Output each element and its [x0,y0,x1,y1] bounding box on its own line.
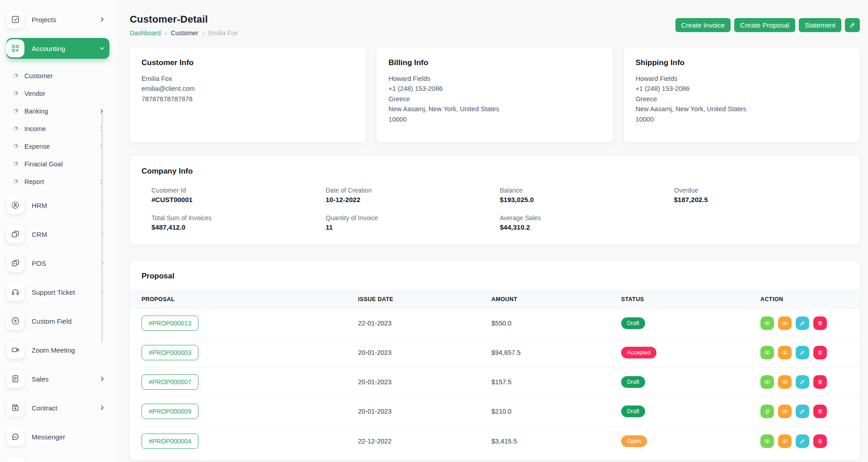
sidebar-subitem-label: Expense [24,143,99,150]
status-badge: Draft [621,317,645,329]
preview-button[interactable] [778,434,792,448]
info-cards-row: Customer Info Emilia Fox emilia@client.c… [130,47,860,142]
statement-button[interactable]: Statement [799,18,841,32]
cards-icon [6,225,24,243]
billing-info-card: Billing Info Howard Fields +1 (248) 153-… [377,47,613,142]
preview-button[interactable] [778,405,792,418]
breadcrumb-customer[interactable]: Customer [171,29,198,37]
sidebar-item-label: Sales [32,375,99,383]
sidebar-item-custom-field[interactable]: Custom Field [6,311,109,331]
edit-customer-button[interactable] [845,18,860,32]
sidebar-item-support-ticket[interactable]: Support Ticket [6,282,109,302]
shipping-country: Greece [636,94,848,104]
status-badge: Open [621,435,647,447]
sidebar-subitem-vendor[interactable]: Vendor [6,85,109,102]
proposal-link[interactable]: #PROP000009 [142,404,198,419]
sidebar-item-label: Accounting [32,45,99,52]
sidebar-item-label: Zoom Meeting [32,346,109,354]
convert-button[interactable] [760,405,774,418]
user-scan-icon [6,196,24,214]
view-button[interactable] [760,316,774,330]
field-customer-id: Customer Id #CUST00001 [151,187,326,203]
edit-button[interactable] [796,405,809,418]
headphones-icon [6,283,24,301]
preview-button[interactable] [778,375,792,389]
card-title: Billing Info [388,58,601,67]
bullet-ring-icon [14,91,18,95]
shipping-phone: +1 (248) 153-2086 [636,84,848,94]
chevron-right-icon [99,375,106,382]
sidebar-subitem-financial-goal[interactable]: Finacial Goal [6,155,109,173]
proposal-card: Proposal PROPOSAL ISSUE DATE AMOUNT STAT… [130,261,860,460]
sidebar-item-contract[interactable]: Contract [6,397,109,418]
delete-button[interactable] [813,346,827,359]
customer-email: emilia@client.com [142,84,354,94]
accounting-submenu: Customer Vendor Banking Income Expense F… [6,67,109,190]
customer-info-card: Customer Info Emilia Fox emilia@client.c… [130,47,366,142]
sidebar-item-zoom-meeting[interactable]: Zoom Meeting [6,339,109,360]
sidebar-item-messenger[interactable]: Messenger [6,426,109,447]
sidebar-item-label: Contract [32,404,99,412]
sidebar-item-pos[interactable]: POS [6,253,109,273]
breadcrumb: Dashboard › Customer › Emilia Fox [130,29,238,37]
sidebar-item-projects[interactable]: Projects [6,9,109,30]
field-total-sum-invoices: Total Sum of Invoices $487,412.0 [151,214,326,231]
checkbox-icon [6,10,24,28]
billing-name: Howard Fields [388,74,601,84]
edit-button[interactable] [796,316,809,330]
sidebar-subitem-customer[interactable]: Customer [6,67,109,85]
row-actions [760,316,860,330]
sidebar-subitem-label: Customer [24,72,109,80]
sidebar-subitem-report[interactable]: Report [6,173,109,190]
shipping-name: Howard Fields [636,74,848,84]
row-actions [760,434,860,448]
bullet-ring-icon [14,74,18,78]
create-invoice-button[interactable]: Create Invoice [675,18,731,32]
delete-button[interactable] [813,434,827,448]
view-button[interactable] [760,346,774,359]
table-header-row: PROPOSAL ISSUE DATE AMOUNT STATUS ACTION [130,290,860,309]
delete-button[interactable] [813,316,827,330]
delete-button[interactable] [813,375,827,389]
view-button[interactable] [760,434,774,448]
amount: $550.0 [491,320,621,327]
sidebar-subitem-expense[interactable]: Expense [6,137,109,155]
delete-button[interactable] [813,405,827,418]
document-icon [6,370,24,388]
chat-bubble-icon [6,428,24,446]
sidebar-subitem-income[interactable]: Income [6,120,109,137]
edit-button[interactable] [796,375,809,389]
sidebar-subitem-label: Finacial Goal [24,160,109,168]
proposal-link[interactable]: #PROP000003 [142,345,198,360]
row-actions [760,405,860,418]
issue-date: 22-01-2023 [358,320,491,327]
preview-button[interactable] [778,316,792,330]
sidebar-subitem-label: Income [24,125,99,132]
billing-zip: 10000 [388,114,601,124]
breadcrumb-dashboard[interactable]: Dashboard [130,29,161,37]
column-header-amount: AMOUNT [491,296,621,302]
sidebar-scrollbar[interactable] [101,112,103,343]
edit-button[interactable] [796,346,809,359]
proposal-link[interactable]: #PROP000013 [142,316,198,331]
shipping-info-card: Shipping Info Howard Fields +1 (248) 153… [624,47,860,142]
sidebar-subitem-banking[interactable]: Banking [6,102,109,120]
table-row: #PROP000004 22-12-2022 $3,415.5 Open [130,426,860,456]
amount: $210.0 [491,408,621,415]
chevron-right-icon [99,16,106,23]
sidebar-item-label: POS [32,259,99,267]
sidebar-item-accounting[interactable]: Accounting [6,38,109,59]
page-header: Customer-Detail Dashboard › Customer › E… [130,14,860,37]
sidebar-item-crm[interactable]: CRM [6,224,109,245]
chevron-right-icon [99,404,106,411]
shipping-address: New Aasamj, New York, United States [636,104,848,114]
sidebar-item-sales[interactable]: Sales [6,368,109,389]
create-proposal-button[interactable]: Create Proposal [734,18,795,32]
sidebar-item-calendar[interactable]: Calendar [6,455,109,462]
proposal-link[interactable]: #PROP000007 [142,374,198,390]
view-button[interactable] [760,375,774,389]
edit-button[interactable] [796,434,809,448]
preview-button[interactable] [778,346,792,359]
sidebar-item-hrm[interactable]: HRM [6,195,109,216]
proposal-link[interactable]: #PROP000004 [142,434,198,449]
